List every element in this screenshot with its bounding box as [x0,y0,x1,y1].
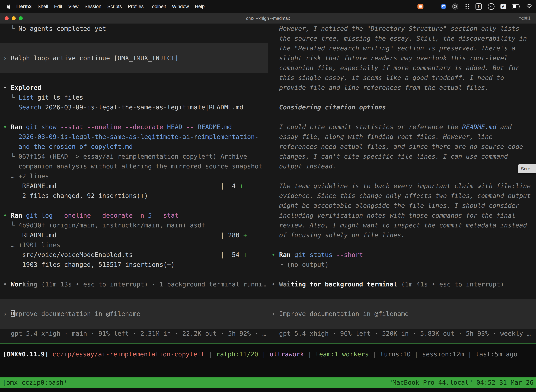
terminal-line: src/voice/voiceModeEnabled.ts | 54 + [0,250,268,260]
menu-item-toolbelt[interactable]: Toolbelt [147,4,169,9]
text-segment: evidence. Since this change only affects… [272,192,531,199]
screen-recording-indicator-icon[interactable] [417,4,423,9]
text-segment: references need actual files, and since … [272,143,523,150]
menu-item-window[interactable]: Window [169,4,192,9]
text-segment: Search [3,104,41,111]
menu-item-profiles[interactable]: Profiles [125,4,147,9]
terminal-line: references need actual files, and since … [268,142,536,152]
text-segment [182,123,186,131]
text-segment: └ (no output) [272,261,329,268]
text-segment: I [11,310,14,317]
text-segment: -- [186,123,194,131]
menu-item-session[interactable]: Session [81,4,104,9]
text-segment: └ [3,94,19,101]
text-segment: essay file, along with finding root file… [272,133,493,140]
app-8-icon[interactable]: 8 [475,3,482,10]
terminal-line: └ (no output) [268,260,536,270]
left-pane: └ No agents completed yet› Ralph loop ac… [0,24,268,343]
tmux-session-label: [omx-cczip0:bash* [0,378,70,387]
text-segment [163,123,167,131]
text-segment: README.md | 280 [3,232,243,239]
text-segment: However, I noticed the "Directory Struct… [272,25,519,32]
input-source-icon[interactable]: A [500,4,506,9]
text-segment: • [272,251,279,258]
blue-app-icon[interactable] [441,4,446,9]
text-segment: (11m 13s • esc to interrupt) · 1 backgro… [38,281,266,288]
terminal-line: might be acceptable alongside the file l… [268,201,536,210]
terminal-line: gpt-5.4 xhigh · 96% left · 520K in · 5.8… [268,329,536,338]
menu-item-view[interactable]: View [65,4,81,9]
wifi-icon[interactable] [526,4,532,9]
dots-grid-icon[interactable] [464,4,469,9]
menu-status-icons: 8 61 A [417,3,536,10]
terminal-line: including verification notes with those … [268,210,536,220]
text-segment: and-the-erosion-of-copyleft.md [3,143,133,150]
text-segment: git ls-files [34,94,83,101]
text-segment: Ran [11,123,22,131]
terminal-line: • Explored [0,83,268,93]
text-segment: Wai [279,281,291,288]
window-grid-icon[interactable] [429,4,435,9]
text-segment: • [3,123,11,131]
terminal-line: └ No agents completed yet [0,24,268,33]
battery-icon[interactable] [512,5,520,9]
pane-divider-horizontal [0,343,536,344]
terminal-line: Search 2026-03-09-is-legal-the-same-as-l… [0,103,268,112]
text-segment: turns:10 [380,350,411,358]
text-segment: of focusing solely on file lines. [272,232,405,239]
window-title: omx --xhigh --madmax [0,16,536,21]
menu-item-edit[interactable]: Edit [51,4,65,9]
apple-menu-icon[interactable] [6,4,11,9]
text-segment [53,212,57,219]
text-segment: The team guideline is to back every impo… [272,182,531,190]
text-segment [57,123,60,131]
text-segment: └ 4b9d30f (origin/main, instructkr/main,… [3,222,205,229]
text-segment: 2 files changed, 92 insertions(+) [3,192,148,199]
text-segment: provide file and line references from th… [272,84,489,91]
right-pane: However, I noticed the "Directory Struct… [268,24,536,343]
menu-item-iterm2[interactable]: iTerm2 [13,4,35,9]
text-segment: companion analysis without altering the … [3,163,262,170]
tmux-status-bar: [omx-cczip0:bash* "MacBook-Pro-44.local"… [0,378,536,387]
text-segment: └ 067f154 (HEAD -> essay/ai-reimplementa… [3,153,247,160]
terminal-line: • Waiting for background terminal (1m 41… [268,280,536,289]
screen: { "menu_bar": { "items": ["iTerm2","Shel… [0,0,536,392]
text-segment: git log [26,212,53,219]
text-segment: › [272,310,279,317]
text-segment: Ran [11,212,22,219]
terminal-line: I could cite commit statistics or refere… [268,122,536,132]
terminal-line: review. Also, I might want to inspect th… [268,220,536,230]
menu-item-scripts[interactable]: Scripts [104,4,125,9]
text-segment: › [3,54,11,62]
swirl-app-icon[interactable] [452,4,458,9]
terminal-line: companion analysis without altering the … [0,161,268,171]
text-segment [152,212,156,219]
text-segment: › [3,310,11,317]
prompt-input[interactable]: › Improve documentation in @filename [0,299,268,329]
menu-item-shell[interactable]: Shell [35,4,51,9]
text-segment: + [243,232,247,239]
text-segment: | [464,350,475,358]
title-bar[interactable]: omx --xhigh --madmax ⌥⌘1 [0,13,536,24]
gauge-icon[interactable]: 61 [488,3,494,10]
text-segment: ralph:11/20 [216,350,258,358]
text-segment: the "Related research writing" section i… [272,45,515,52]
dot [464,4,465,5]
text-segment: • [3,281,11,288]
text-segment: README.md | 4 [3,182,239,190]
menu-item-help[interactable]: Help [192,4,208,9]
terminal-line: └ 4b9d30f (origin/main, instructkr/main,… [0,220,268,230]
wifi-dot [529,7,530,8]
text-segment: session:12m [422,350,464,358]
text-segment: Considering citation options [272,104,386,111]
text-segment: + [243,251,247,258]
terminal-line: 1903 files changed, 513517 insertions(+) [0,260,268,270]
terminal-line: the "Related research writing" section i… [268,43,536,53]
prompt-input[interactable]: › Improve documentation in @filename [268,299,536,329]
text-segment: --stat --oneline --decorate [60,123,163,131]
text-segment: companion file, especially if more comme… [272,64,519,71]
text-segment: this single essay, it seems like a good … [272,74,504,81]
text-segment: • [272,281,279,288]
text-segment: team:1 workers [315,350,368,358]
text-segment [291,251,294,258]
